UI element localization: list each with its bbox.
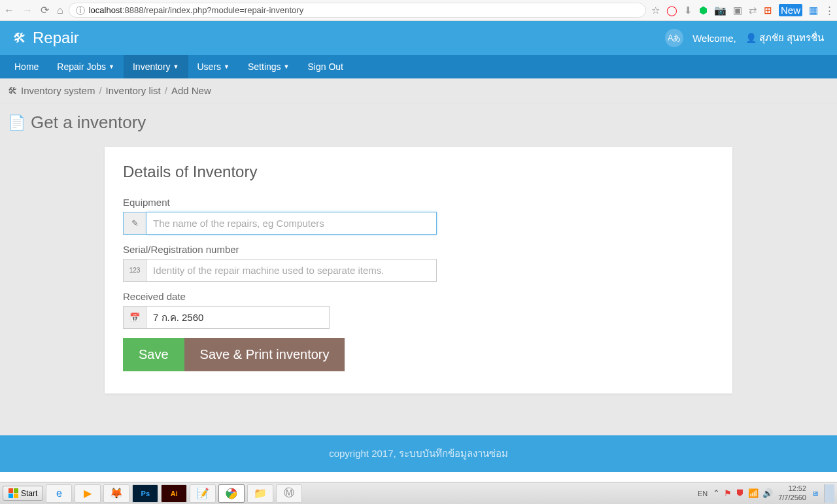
equipment-input[interactable] bbox=[146, 212, 437, 235]
chevron-down-icon: ▼ bbox=[109, 63, 114, 70]
brand[interactable]: 🛠 Repair bbox=[13, 29, 79, 47]
tray-chevron-icon[interactable]: ⌃ bbox=[713, 488, 720, 498]
app-container: 🛠 Repair Aあ Welcome, 👤 สุภชัย สุนทรชื่น … bbox=[0, 21, 837, 472]
start-button[interactable]: Start bbox=[3, 486, 43, 501]
tray-flag-icon[interactable]: ⚑ bbox=[724, 488, 732, 498]
site-info-icon[interactable]: i bbox=[76, 6, 85, 15]
tray-monitor-icon[interactable]: 🖥 bbox=[811, 490, 819, 497]
document-icon: 📄 bbox=[8, 114, 26, 131]
clock-time: 12:52 bbox=[778, 484, 806, 493]
blue-extension-icon[interactable]: ▦ bbox=[809, 5, 818, 16]
taskbar-explorer-icon[interactable]: 📁 bbox=[247, 484, 273, 503]
opera-extension-icon[interactable]: ◯ bbox=[666, 5, 677, 16]
start-label: Start bbox=[21, 489, 37, 498]
bookmark-icon[interactable]: ☆ bbox=[651, 5, 660, 16]
reload-button[interactable]: ⟳ bbox=[41, 4, 49, 16]
nav-signout[interactable]: Sign Out bbox=[299, 55, 352, 78]
serial-input[interactable] bbox=[146, 259, 437, 282]
home-button[interactable]: ⌂ bbox=[57, 5, 63, 16]
taskbar-notepadplus-icon[interactable]: 📝 bbox=[190, 484, 216, 503]
save-button[interactable]: Save bbox=[123, 338, 184, 371]
pencil-icon: ✎ bbox=[123, 212, 146, 235]
calendar-icon: 📅 bbox=[123, 306, 146, 329]
tray-network-icon[interactable]: 📶 bbox=[748, 488, 759, 498]
back-button[interactable]: ← bbox=[4, 5, 14, 16]
windows-taskbar: Start e ▶ 🦊 Ps Ai 📝 📁 Ⓜ EN ⌃ ⚑ ⛊ 📶 🔊 12:… bbox=[0, 482, 837, 504]
breadcrumb-item[interactable]: Add New bbox=[171, 85, 211, 96]
number-icon: 123 bbox=[123, 259, 146, 282]
forward-button[interactable]: → bbox=[22, 5, 33, 16]
tools-icon: 🛠 bbox=[8, 86, 17, 96]
system-tray[interactable]: ⌃ ⚑ ⛊ 📶 🔊 bbox=[713, 488, 773, 498]
chevron-down-icon: ▼ bbox=[173, 63, 179, 70]
cube-extension-icon[interactable]: ⬢ bbox=[699, 5, 708, 16]
breadcrumb-sep: / bbox=[99, 85, 101, 96]
date-label: Received date bbox=[123, 291, 714, 302]
address-bar[interactable]: i localhost:8888/repair/index.php?module… bbox=[69, 3, 646, 18]
footer: copyright 2017, ระบบบันทึกข้อมูลงานซ่อม bbox=[0, 435, 837, 472]
user-link[interactable]: 👤 สุภชัย สุนทรชื่น bbox=[745, 30, 824, 46]
user-icon: 👤 bbox=[745, 33, 757, 43]
taskbar-illustrator-icon[interactable]: Ai bbox=[161, 484, 187, 503]
new-badge-icon[interactable]: New bbox=[779, 5, 802, 16]
taskbar-mediaplayer-icon[interactable]: ▶ bbox=[75, 484, 101, 503]
taskbar-mamp-icon[interactable]: Ⓜ bbox=[276, 484, 302, 503]
serial-label: Serial/Registration number bbox=[123, 244, 714, 255]
download-icon[interactable]: ⬇ bbox=[684, 5, 692, 16]
taskbar-ie-icon[interactable]: e bbox=[46, 484, 72, 503]
breadcrumb-sep: / bbox=[165, 85, 167, 96]
breadcrumb-item[interactable]: Inventory list bbox=[106, 85, 161, 96]
url-host: localhost bbox=[89, 5, 122, 15]
chevron-down-icon: ▼ bbox=[224, 63, 230, 70]
taskbar-firefox-icon[interactable]: 🦊 bbox=[103, 484, 129, 503]
page-title: 📄 Get a inventory bbox=[0, 103, 837, 147]
clock[interactable]: 12:52 7/7/2560 bbox=[778, 484, 806, 501]
page-title-text: Get a inventory bbox=[31, 112, 146, 133]
office-extension-icon[interactable]: ⊞ bbox=[764, 5, 772, 16]
brand-text: Repair bbox=[33, 29, 79, 47]
language-switcher[interactable]: Aあ bbox=[665, 29, 683, 47]
chrome-menu-icon[interactable]: ⋮ bbox=[825, 5, 833, 16]
show-desktop-button[interactable] bbox=[824, 484, 834, 503]
username: สุภชัย สุนทรชื่น bbox=[759, 32, 824, 43]
language-indicator[interactable]: EN bbox=[698, 490, 708, 497]
nav-home[interactable]: Home bbox=[5, 55, 48, 78]
taskbar-chrome-icon[interactable] bbox=[218, 484, 245, 503]
chrome-logo-icon bbox=[226, 488, 237, 499]
tray-volume-icon[interactable]: 🔊 bbox=[762, 488, 773, 498]
breadcrumb: 🛠 Inventory system / Inventory list / Ad… bbox=[0, 78, 837, 103]
nav-users[interactable]: Users▼ bbox=[188, 55, 239, 78]
translate-extension-icon[interactable]: ⇄ bbox=[749, 5, 757, 16]
grid-extension-icon[interactable]: ▣ bbox=[733, 5, 742, 16]
clock-date: 7/7/2560 bbox=[778, 494, 806, 502]
tools-icon: 🛠 bbox=[13, 31, 26, 46]
tray-shield-icon[interactable]: ⛊ bbox=[736, 488, 744, 498]
app-header: 🛠 Repair Aあ Welcome, 👤 สุภชัย สุนทรชื่น bbox=[0, 21, 837, 55]
main-nav: Home Repair Jobs▼ Inventory▼ Users▼ Sett… bbox=[0, 55, 837, 78]
save-print-button[interactable]: Save & Print inventory bbox=[184, 338, 345, 371]
card-heading: Details of Inventory bbox=[123, 163, 714, 181]
form-card: Details of Inventory Equipment ✎ Serial/… bbox=[105, 147, 732, 394]
url-port: :8888 bbox=[122, 5, 144, 15]
taskbar-photoshop-icon[interactable]: Ps bbox=[132, 484, 158, 503]
date-input[interactable] bbox=[146, 306, 330, 329]
browser-toolbar: ← → ⟳ ⌂ i localhost:8888/repair/index.ph… bbox=[0, 0, 837, 21]
url-path: /repair/index.php?module=repair-inventor… bbox=[144, 5, 304, 15]
nav-settings[interactable]: Settings▼ bbox=[239, 55, 299, 78]
camera-icon[interactable]: 📷 bbox=[714, 5, 726, 16]
windows-logo-icon bbox=[9, 488, 18, 498]
chevron-down-icon: ▼ bbox=[284, 63, 290, 70]
nav-repair-jobs[interactable]: Repair Jobs▼ bbox=[48, 55, 124, 78]
equipment-label: Equipment bbox=[123, 197, 714, 208]
welcome-text: Welcome, bbox=[692, 33, 736, 44]
breadcrumb-item[interactable]: Inventory system bbox=[21, 85, 95, 96]
nav-inventory[interactable]: Inventory▼ bbox=[124, 55, 188, 78]
